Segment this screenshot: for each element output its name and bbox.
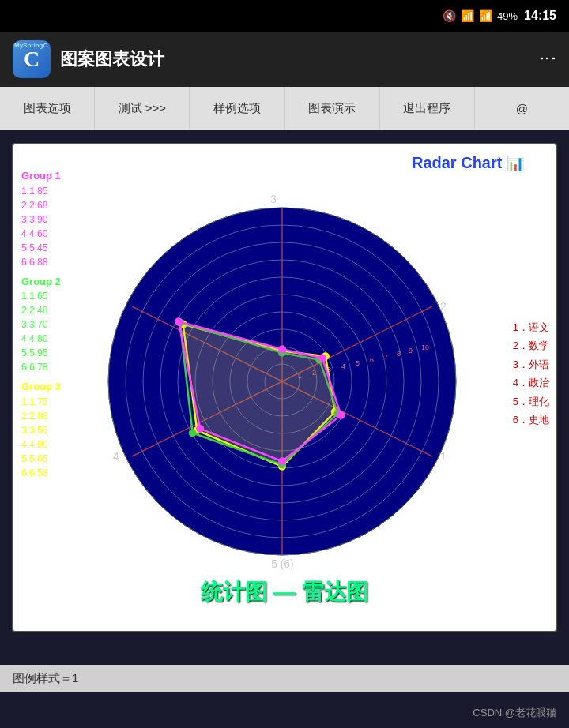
nav-item-sample-options[interactable]: 样例选项 <box>190 87 284 130</box>
battery-text: 49% <box>497 10 518 22</box>
svg-text:6: 6 <box>370 356 374 364</box>
svg-text:9: 9 <box>409 347 413 355</box>
svg-text:7: 7 <box>384 353 388 361</box>
group1-val5: 5.5.45 <box>21 241 61 255</box>
legend-right-item-4: 4．政治 <box>513 373 549 392</box>
svg-text:3: 3 <box>270 193 277 205</box>
group2-val4: 4.4.80 <box>21 332 61 346</box>
status-time: 14:15 <box>524 9 556 23</box>
app-icon: MySpringC C <box>13 40 51 78</box>
status-bar: 🔇 📶 📶 49% 14:15 <box>0 0 569 32</box>
mute-icon: 🔇 <box>443 9 456 22</box>
group2-val2: 2.2.48 <box>21 303 61 317</box>
group1-label: Group 1 <box>21 168 61 184</box>
nav-item-test[interactable]: 测试 >>> <box>95 87 190 130</box>
menu-button[interactable]: ⋮ <box>539 50 556 69</box>
group1-val3: 3.3.90 <box>21 212 61 227</box>
legend-right: 1．语文 2．数学 3．外语 4．政治 5．理化 6．史地 <box>513 318 549 429</box>
chart-container: Radar Chart 📊 Group 1 1.1.85 2.2.68 3.3.… <box>12 143 557 632</box>
group2-val1: 1.1.65 <box>21 289 61 303</box>
svg-point-42 <box>189 429 197 437</box>
group3-val4: 4.4.90 <box>21 437 61 452</box>
svg-text:8: 8 <box>397 350 401 358</box>
group1-val4: 4.4.60 <box>21 227 61 241</box>
status-icons: 🔇 📶 📶 49% <box>443 9 518 22</box>
group3-val5: 5.5.65 <box>21 452 61 466</box>
nav-item-chart-demo[interactable]: 图表演示 <box>285 87 380 130</box>
group3-val6: 6.6.58 <box>21 466 61 480</box>
group2-val5: 5.5.95 <box>21 346 61 360</box>
legend-right-item-3: 3．外语 <box>513 355 549 373</box>
legend-right-item-6: 6．史地 <box>513 411 549 429</box>
group2-label: Group 2 <box>21 274 61 290</box>
svg-text:4: 4 <box>341 362 345 370</box>
group2-val6: 6.6.78 <box>21 360 61 374</box>
page-title: 图案图表设计 <box>60 47 164 71</box>
svg-point-47 <box>278 457 286 465</box>
status-footer: 图例样式＝1 <box>0 665 569 692</box>
chart-bottom-text: 统计图 — 雷达图 <box>201 577 368 607</box>
svg-text:5 (6): 5 (6) <box>271 557 294 570</box>
chart-title: Radar Chart 📊 <box>412 154 524 172</box>
svg-text:2: 2 <box>440 300 447 313</box>
svg-point-48 <box>196 425 204 433</box>
svg-text:1: 1 <box>440 450 447 463</box>
legend-style-text: 图例样式＝1 <box>13 671 78 685</box>
legend-right-item-2: 2．数学 <box>513 336 549 355</box>
chart-bar-icon: 📊 <box>507 156 524 171</box>
nav-item-exit[interactable]: 退出程序 <box>380 87 475 130</box>
title-left: MySpringC C 图案图表设计 <box>13 40 164 78</box>
nav-item-chart-options[interactable]: 图表选项 <box>0 87 95 130</box>
app-icon-label: MySpringC <box>14 42 47 49</box>
svg-point-46 <box>337 411 345 419</box>
app-icon-c: C <box>24 47 40 72</box>
radar-chart-svg: 1 2 3 4 5 6 7 8 9 10 3 2 1 5 (6) 4 <box>92 184 472 579</box>
legend-right-item-5: 5．理化 <box>513 392 549 411</box>
group1-val6: 6.6.88 <box>21 255 61 269</box>
csdn-label: CSDN @老花眼猫 <box>473 706 556 720</box>
group2-val3: 3.3.70 <box>21 317 61 332</box>
svg-point-44 <box>278 345 286 353</box>
title-bar: MySpringC C 图案图表设计 ⋮ <box>0 32 569 87</box>
group3-label: Group 3 <box>21 379 61 395</box>
group3-val3: 3.3.50 <box>21 423 61 437</box>
svg-text:4: 4 <box>113 450 119 463</box>
group3-val2: 2.2.88 <box>21 409 61 423</box>
svg-text:5: 5 <box>356 359 360 367</box>
svg-point-45 <box>318 355 326 362</box>
nav-item-at[interactable]: @ <box>475 87 569 130</box>
legend-left: Group 1 1.1.85 2.2.68 3.3.90 4.4.60 5.5.… <box>21 168 61 480</box>
nav-bar: 图表选项 测试 >>> 样例选项 图表演示 退出程序 @ <box>0 87 569 130</box>
signal-icon: 📶 <box>479 9 492 22</box>
group1-val1: 1.1.85 <box>21 184 61 198</box>
svg-text:10: 10 <box>421 343 429 351</box>
group1-val2: 2.2.68 <box>21 198 61 212</box>
group3-val1: 1.1.75 <box>21 395 61 409</box>
legend-right-item-1: 1．语文 <box>513 318 549 336</box>
svg-point-49 <box>175 317 183 325</box>
wifi-icon: 📶 <box>461 9 474 22</box>
